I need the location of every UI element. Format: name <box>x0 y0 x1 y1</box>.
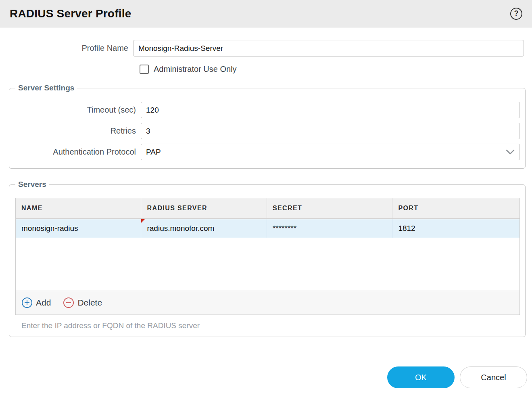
profile-name-row: Profile Name <box>0 40 524 57</box>
add-button-label: Add <box>36 298 51 308</box>
servers-table-footer: Add Delete <box>16 291 519 315</box>
cell-radius-server-text: radius.monofor.com <box>147 224 214 233</box>
servers-body: NAME RADIUS SERVER SECRET PORT monosign-… <box>15 198 520 330</box>
delete-button-label: Delete <box>77 298 102 308</box>
radius-server-profile-dialog: RADIUS Server Profile ? Profile Name Adm… <box>0 0 532 388</box>
cell-edited-marker-icon <box>141 219 145 223</box>
retries-label: Retries <box>9 126 141 136</box>
auth-protocol-select[interactable]: PAP <box>141 144 520 160</box>
server-hint-text: Enter the IP address or FQDN of the RADI… <box>21 321 520 330</box>
admin-use-only-label: Administrator Use Only <box>154 65 237 74</box>
delete-icon <box>63 297 74 308</box>
column-header-port[interactable]: PORT <box>392 198 519 218</box>
column-header-secret[interactable]: SECRET <box>267 198 392 218</box>
column-header-radius-server[interactable]: RADIUS SERVER <box>141 198 267 218</box>
auth-protocol-value: PAP <box>146 148 161 157</box>
servers-table: NAME RADIUS SERVER SECRET PORT monosign-… <box>15 198 520 315</box>
admin-use-only-checkbox[interactable] <box>140 65 149 74</box>
timeout-row: Timeout (sec) <box>9 102 520 118</box>
auth-protocol-label: Authentication Protocol <box>9 147 141 157</box>
servers-table-header: NAME RADIUS SERVER SECRET PORT <box>16 198 519 219</box>
dialog-footer: OK Cancel <box>0 366 527 388</box>
retries-input[interactable] <box>141 123 520 139</box>
table-empty-area <box>16 238 519 291</box>
page-title: RADIUS Server Profile <box>10 7 131 20</box>
servers-legend: Servers <box>15 180 49 189</box>
add-button[interactable]: Add <box>21 297 51 308</box>
cell-secret[interactable]: ******** <box>267 219 392 238</box>
dialog-header: RADIUS Server Profile ? <box>0 0 532 27</box>
cell-port[interactable]: 1812 <box>392 219 519 238</box>
auth-protocol-row: Authentication Protocol PAP <box>9 144 520 160</box>
profile-name-input[interactable] <box>133 40 524 57</box>
help-icon[interactable]: ? <box>510 8 522 20</box>
timeout-input[interactable] <box>141 102 520 118</box>
add-icon <box>21 297 33 308</box>
profile-name-label: Profile Name <box>0 44 133 53</box>
cell-name[interactable]: monosign-radius <box>16 219 141 238</box>
delete-button[interactable]: Delete <box>63 297 102 308</box>
ok-button[interactable]: OK <box>387 366 455 388</box>
cancel-button[interactable]: Cancel <box>460 366 527 388</box>
table-row[interactable]: monosign-radius radius.monofor.com *****… <box>16 219 519 238</box>
server-settings-legend: Server Settings <box>15 84 77 92</box>
chevron-down-icon <box>506 149 515 155</box>
server-settings-group: Server Settings Timeout (sec) Retries Au… <box>9 84 526 169</box>
cell-radius-server[interactable]: radius.monofor.com <box>141 219 267 238</box>
admin-use-only-row: Administrator Use Only <box>140 65 532 74</box>
servers-group: Servers NAME RADIUS SERVER SECRET PORT m… <box>9 180 526 337</box>
column-header-name[interactable]: NAME <box>16 198 141 218</box>
timeout-label: Timeout (sec) <box>9 105 141 115</box>
retries-row: Retries <box>9 123 520 139</box>
